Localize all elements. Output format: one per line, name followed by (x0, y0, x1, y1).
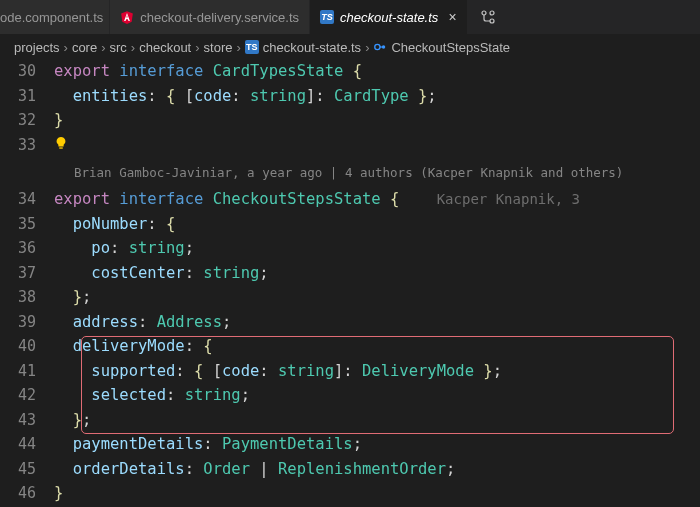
code-line: po: string; (54, 236, 194, 260)
code-line: deliveryMode: { (54, 334, 213, 358)
line-number: 39 (0, 310, 54, 334)
breadcrumb-segment[interactable]: src (110, 40, 127, 55)
line-number: 35 (0, 212, 54, 236)
code-line: export interface CheckoutStepsState { Ka… (54, 187, 580, 211)
line-number: 42 (0, 383, 54, 407)
tab-label: ode.component.ts (0, 10, 103, 25)
breadcrumb-symbol[interactable]: CheckoutStepsState (373, 40, 510, 55)
close-icon[interactable]: × (448, 9, 456, 25)
chevron-right-icon: › (237, 40, 241, 55)
svg-point-5 (490, 19, 494, 23)
code-line: costCenter: string; (54, 261, 269, 285)
code-editor[interactable]: 30export interface CardTypesState { 31 e… (0, 59, 700, 506)
breadcrumb-segment[interactable]: checkout (139, 40, 191, 55)
code-line: paymentDetails: PaymentDetails; (54, 432, 362, 456)
svg-point-4 (490, 11, 494, 15)
breadcrumb-file[interactable]: TScheckout-state.ts (245, 40, 361, 55)
code-line: supported: { [code: string]: DeliveryMod… (54, 359, 502, 383)
svg-rect-9 (59, 147, 63, 148)
code-line: } (54, 108, 63, 132)
chevron-right-icon: › (64, 40, 68, 55)
line-number: 44 (0, 432, 54, 456)
line-number: 33 (0, 133, 54, 157)
tab-component-partial[interactable]: ode.component.ts (0, 0, 110, 34)
code-line: address: Address; (54, 310, 231, 334)
ts-file-icon: TS (320, 10, 334, 24)
chevron-right-icon: › (195, 40, 199, 55)
code-line: }; (54, 408, 91, 432)
interface-icon (373, 40, 387, 54)
tab-label: checkout-state.ts (340, 10, 438, 25)
line-number: 45 (0, 457, 54, 481)
code-line: export interface CardTypesState { (54, 59, 362, 83)
chevron-right-icon: › (131, 40, 135, 55)
line-number: 43 (0, 408, 54, 432)
codelens-authors[interactable]: Brian Gamboc-Javiniar, a year ago | 4 au… (0, 161, 700, 185)
line-number: 36 (0, 236, 54, 260)
code-line: orderDetails: Order | ReplenishmentOrder… (54, 457, 455, 481)
code-line: }; (54, 285, 91, 309)
code-line: } (54, 481, 63, 505)
tab-checkout-state-active[interactable]: TS checkout-state.ts × (310, 0, 467, 34)
chevron-right-icon: › (365, 40, 369, 55)
tab-label: checkout-delivery.service.ts (140, 10, 299, 25)
breadcrumb-segment[interactable]: store (204, 40, 233, 55)
code-line: selected: string; (54, 383, 250, 407)
code-line: poNumber: { (54, 212, 175, 236)
svg-point-3 (482, 11, 486, 15)
line-number: 37 (0, 261, 54, 285)
angular-icon (120, 10, 134, 24)
line-number: 34 (0, 187, 54, 211)
code-line: entities: { [code: string]: CardType }; (54, 84, 437, 108)
breadcrumb-segment[interactable]: projects (14, 40, 60, 55)
line-number: 41 (0, 359, 54, 383)
line-number: 40 (0, 334, 54, 358)
lightbulb-icon[interactable] (54, 133, 68, 157)
breadcrumb-label: CheckoutStepsState (391, 40, 510, 55)
git-blame-inline: Kacper Knapnik, 3 (437, 191, 580, 207)
breadcrumb[interactable]: projects› core› src› checkout› store› TS… (0, 35, 700, 59)
line-number: 46 (0, 481, 54, 505)
svg-point-7 (382, 45, 386, 49)
source-control-compare-icon[interactable] (468, 0, 508, 34)
tab-delivery-service[interactable]: checkout-delivery.service.ts (110, 0, 310, 34)
svg-point-6 (375, 44, 380, 49)
line-number: 32 (0, 108, 54, 132)
line-number: 38 (0, 285, 54, 309)
chevron-right-icon: › (101, 40, 105, 55)
breadcrumb-label: checkout-state.ts (263, 40, 361, 55)
tab-bar: ode.component.ts checkout-delivery.servi… (0, 0, 700, 35)
line-number: 30 (0, 59, 54, 83)
line-number: 31 (0, 84, 54, 108)
ts-file-icon: TS (245, 40, 259, 54)
breadcrumb-segment[interactable]: core (72, 40, 97, 55)
